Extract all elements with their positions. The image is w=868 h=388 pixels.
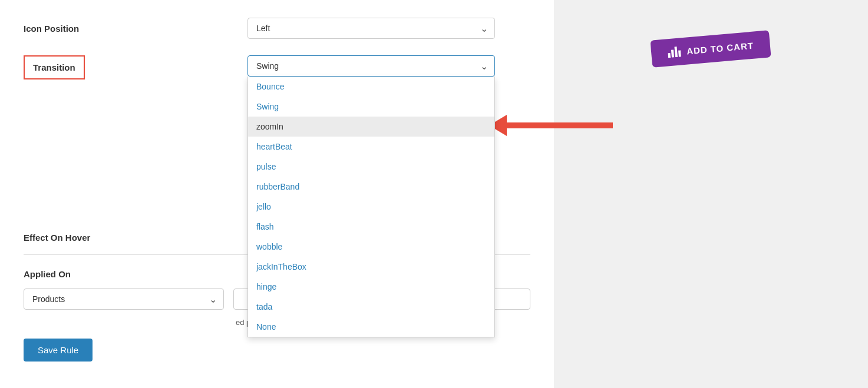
- transition-select-wrapper[interactable]: Swing ⌄ Bounce Swing zoomIn heartBeat pu…: [247, 55, 495, 77]
- applied-on-select[interactable]: Products Cart All Pages: [24, 288, 224, 310]
- applied-select-wrapper: Products Cart All Pages ⌄: [24, 288, 224, 310]
- cart-bar-chart-icon: [668, 46, 681, 58]
- dropdown-item-flash[interactable]: flash: [248, 217, 494, 237]
- dropdown-item-swing[interactable]: Swing: [248, 97, 494, 117]
- icon-position-select[interactable]: Left Right Top Bottom: [247, 18, 495, 39]
- dropdown-item-heartbeat[interactable]: heartBeat: [248, 137, 494, 157]
- red-arrow: [489, 115, 613, 136]
- transition-dropdown: Bounce Swing zoomIn heartBeat pulse rubb…: [247, 77, 495, 337]
- svg-rect-3: [679, 50, 682, 57]
- main-layout: Icon Position Left Right Top Bottom ⌄ Tr…: [0, 0, 868, 388]
- right-panel: Add To Cart: [554, 0, 868, 388]
- transition-select[interactable]: Swing: [247, 55, 495, 77]
- arrow-container: [489, 115, 613, 136]
- add-to-cart-label: Add To Cart: [687, 40, 754, 56]
- save-rule-button[interactable]: Save Rule: [24, 339, 93, 362]
- dropdown-item-hinge[interactable]: hinge: [248, 277, 494, 297]
- dropdown-item-pulse[interactable]: pulse: [248, 157, 494, 177]
- svg-rect-2: [675, 47, 678, 57]
- left-panel: Icon Position Left Right Top Bottom ⌄ Tr…: [0, 0, 554, 388]
- svg-rect-1: [671, 50, 674, 58]
- transition-label: Transition: [24, 55, 85, 79]
- svg-rect-0: [668, 53, 671, 58]
- dropdown-item-none[interactable]: None: [248, 317, 494, 337]
- add-to-cart-preview-button[interactable]: Add To Cart: [651, 30, 771, 67]
- icon-position-row: Icon Position Left Right Top Bottom ⌄: [24, 18, 530, 39]
- dropdown-item-tada[interactable]: tada: [248, 297, 494, 317]
- dropdown-item-rubberband[interactable]: rubberBand: [248, 177, 494, 197]
- dropdown-item-bounce[interactable]: Bounce: [248, 77, 494, 97]
- dropdown-item-jello[interactable]: jello: [248, 197, 494, 217]
- dropdown-item-jackinthebox[interactable]: jackInTheBox: [248, 257, 494, 277]
- icon-position-label: Icon Position: [24, 24, 247, 34]
- transition-label-wrapper: Transition: [24, 55, 247, 79]
- dropdown-item-wobble[interactable]: wobble: [248, 237, 494, 257]
- dropdown-item-zoomin[interactable]: zoomIn: [248, 117, 494, 137]
- arrow-shaft: [507, 122, 613, 128]
- icon-position-select-wrapper: Left Right Top Bottom ⌄: [247, 18, 495, 39]
- transition-row: Transition Swing ⌄ Bounce Swing zoomIn h…: [24, 55, 530, 79]
